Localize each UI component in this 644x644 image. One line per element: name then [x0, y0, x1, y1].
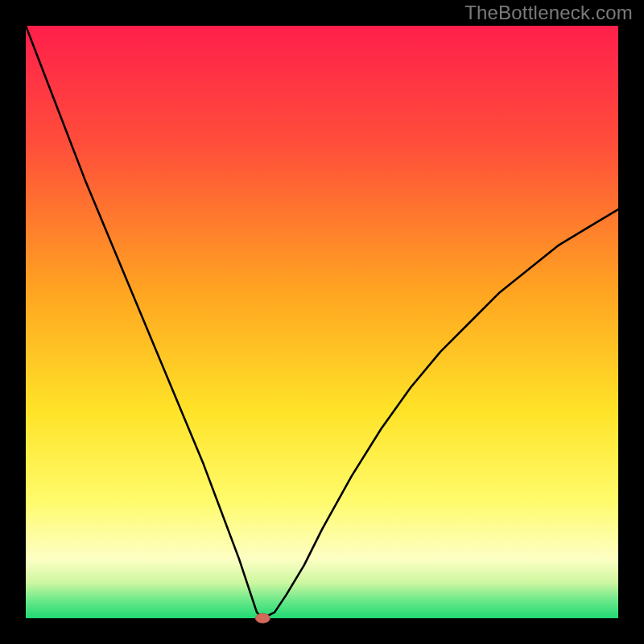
- bottleneck-chart: [0, 0, 644, 644]
- watermark-text: TheBottleneck.com: [464, 2, 633, 24]
- chart-frame: TheBottleneck.com: [0, 0, 644, 644]
- optimal-point-marker: [255, 613, 270, 623]
